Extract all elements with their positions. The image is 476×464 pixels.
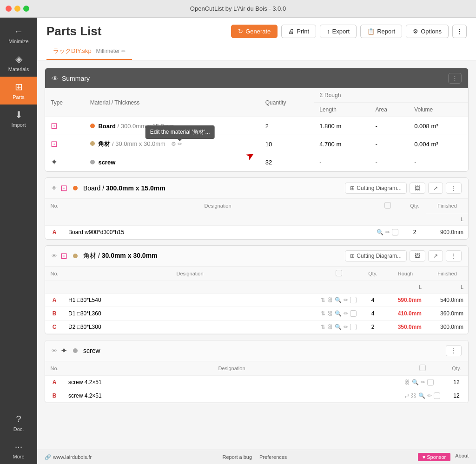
qty-board: 2 [260,117,314,135]
kakuzai-hide-icon[interactable]: 👁 [52,253,57,259]
board-row-a-finished-l: 900.0mm [426,226,468,239]
board-row-a-edit-icon[interactable]: ✏ [385,229,390,235]
parts-icon: ⊞ [15,81,23,92]
screw-hide-icon[interactable]: 👁 [52,348,57,353]
kakuzai-row-c-search-icon[interactable]: 🔍 [335,324,342,330]
board-row-a-qty: 2 [403,226,426,239]
screw-row-b-edit-icon[interactable]: ✏ [427,392,432,399]
kakuzai-row-a-search-icon[interactable]: 🔍 [335,297,342,303]
kakuzai-dot [73,254,78,258]
screw-row-b-link-icon[interactable]: ⛓ [411,392,416,399]
sidebar-item-doc[interactable]: ? Doc. [0,409,37,437]
screw-select-all-checkbox[interactable] [419,365,426,371]
minimize-button[interactable] [14,6,20,12]
print-button[interactable]: 🖨 Print [281,25,316,38]
sidebar-item-minimize[interactable]: ← Minimize [0,21,37,49]
kakuzai-group-header: 👁 ⊡ 角材 / 30.0mm x 30.0mm ⊞ Cutting Diagr… [45,246,468,267]
kakuzai-row-a-links-icon[interactable]: ⛓ [327,297,333,303]
summary-row-screw: ✦ screw 32 ➤ [45,153,468,171]
screw-row-b-search-icon[interactable]: 🔍 [418,392,425,399]
board-row-a-search-icon[interactable]: 🔍 [377,229,383,235]
screw-row-a-label: A [45,376,64,389]
footer-website[interactable]: www.lairdubois.fr [53,454,92,460]
kakuzai-row-b-links-icon[interactable]: ⛓ [327,310,333,317]
footer-middle: Report a bug Preferences [222,454,287,460]
kakuzai-expand-button[interactable]: ↗ [428,250,443,261]
screw-row-a-search-icon[interactable]: 🔍 [412,379,419,386]
maximize-button[interactable] [23,6,29,12]
tab-edit-icon[interactable]: ✏ [121,48,126,54]
kakuzai-row-a-edit-icon[interactable]: ✏ [344,297,348,303]
export-icon: ↑ [327,28,330,35]
rough-area-screw: - [370,153,409,171]
rough-length-kakuzai: 4.700 m [314,135,370,153]
kakuzai-row-a-sort-icon[interactable]: ⇅ [321,297,325,303]
kakuzai-row-c-sort-icon[interactable]: ⇅ [321,324,325,330]
kakuzai-cutting-diagram-button[interactable]: ⊞ Cutting Diagram... [345,250,407,261]
board-select-all-checkbox[interactable] [384,202,391,209]
generate-icon: ↻ [238,28,243,35]
board-cutting-diagram-button[interactable]: ⊞ Cutting Diagram... [345,183,407,194]
summary-more-button[interactable]: ⋮ [448,73,462,84]
kakuzai-row-c-edit-icon[interactable]: ✏ [344,324,348,330]
sponsor-button[interactable]: ♥ Sponsor [418,453,451,461]
kakuzai-image-button[interactable]: 🖼 [410,250,425,261]
screw-more-button[interactable]: ⋮ [446,345,462,356]
import-icon: ⬇ [15,109,23,120]
kakuzai-settings-icon[interactable]: ⚙ [171,141,176,147]
kakuzai-row-b-checkbox[interactable] [350,310,357,317]
type-icon-screw: ✦ [45,153,85,171]
sidebar-label-minimize: Minimize [8,39,28,44]
screw-row-a-checkbox[interactable] [427,379,434,386]
kakuzai-row-c-checkbox[interactable] [350,324,357,330]
sidebar-item-more[interactable]: ··· More [0,437,37,464]
th-rough-group: Σ Rough [314,88,468,103]
screw-row-a-link-icon[interactable]: ⛓ [404,379,410,386]
footer-about[interactable]: About [455,453,469,461]
board-hide-icon[interactable]: 👁 [52,185,57,191]
kakuzai-row-b-sort-icon[interactable]: ⇅ [321,310,325,317]
kakuzai-row-b-edit-icon[interactable]: ✏ [344,310,348,317]
board-expand-button[interactable]: ↗ [428,183,443,194]
footer-preferences[interactable]: Preferences [259,454,287,460]
sidebar-item-materials[interactable]: ◈ Materials [0,49,37,77]
th-kakuzai-finished-l: L [426,281,468,294]
board-image-button[interactable]: 🖼 [410,183,425,194]
kakuzai-row-c-finished-l: 300.0mm [426,320,468,334]
print-icon: 🖨 [288,28,294,35]
footer-report-bug[interactable]: Report a bug [222,454,252,460]
type-icon-board: ⊡ [45,117,85,135]
th-kakuzai-designation: Designation [64,267,316,281]
screw-row-a-qty: 12 [445,376,468,389]
kakuzai-row-a-checkbox[interactable] [350,297,357,303]
kakuzai-group-actions: ⊞ Cutting Diagram... 🖼 ↗ ⋮ [345,250,462,261]
board-more-button[interactable]: ⋮ [446,183,462,194]
th-screw-no: No. [45,361,64,376]
sidebar-item-import[interactable]: ⬇ Import [0,105,37,132]
th-board-finished-group: Finished [426,199,468,213]
kakuzai-row-b-search-icon[interactable]: 🔍 [335,310,342,317]
th-kakuzai-rough-group: Rough [384,267,426,281]
summary-header: 👁 Summary ⋮ [45,68,468,88]
kakuzai-select-all-checkbox[interactable] [336,270,342,276]
screw-row-b-arrows-icon[interactable]: ⇄ [404,392,409,399]
sidebar-item-parts[interactable]: ⊞ Parts [0,77,37,105]
file-tab[interactable]: ラックDIY.skp Millimeter ✏ [46,43,132,60]
tab-filename: ラックDIY.skp [53,47,92,54]
board-dot [73,186,78,190]
options-button[interactable]: ⚙ Options [406,25,449,38]
close-button[interactable] [6,6,12,12]
report-button[interactable]: 📋 Report [360,25,402,38]
board-row-a-checkbox[interactable] [392,229,398,235]
screw-row-a-edit-icon[interactable]: ✏ [421,379,425,386]
th-board-finished-l: L [426,213,468,226]
tab-unit: Millimeter [96,48,119,54]
more-options-button[interactable]: ⋮ [452,25,467,38]
summary-eye-icon: 👁 [52,75,58,82]
generate-button[interactable]: ↻ Generate [231,25,278,38]
doc-icon: ? [16,414,21,425]
screw-row-b-checkbox[interactable] [434,392,440,399]
kakuzai-more-button[interactable]: ⋮ [446,250,462,261]
kakuzai-row-c-links-icon[interactable]: ⛓ [327,324,333,330]
export-button[interactable]: ↑ Export [320,25,357,38]
